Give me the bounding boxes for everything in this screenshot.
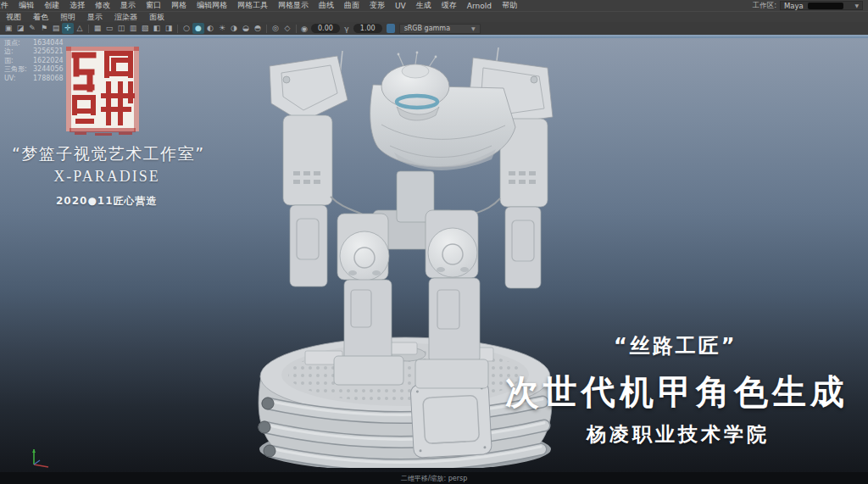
base-hatch-panel <box>410 381 492 459</box>
hud-label: 面: <box>4 57 33 65</box>
gamma-icon[interactable]: γ <box>342 25 352 33</box>
studio-seal-stamp <box>66 47 139 136</box>
course-title-text: 次世代机甲角色生成 <box>505 369 849 415</box>
grid-icon[interactable]: ▦ <box>92 23 103 34</box>
hud-label: 顶点: <box>4 39 33 47</box>
field-chart-icon[interactable]: ▧ <box>139 23 151 34</box>
studio-english-name: X-PARADISE <box>0 168 214 186</box>
studio-name-text: “梦篮子视觉艺术工作室” <box>12 143 249 165</box>
menu-edit-mesh[interactable]: 编辑网格 <box>192 0 232 11</box>
lock-camera-icon[interactable]: ◪ <box>14 23 26 34</box>
wireframe-icon[interactable]: ○ <box>181 23 192 34</box>
camera-attributes-icon[interactable]: ✎ <box>26 23 38 34</box>
menu-mesh-display[interactable]: 网格显示 <box>273 0 314 11</box>
menu-file[interactable]: 文件 <box>0 0 14 11</box>
menu-edit[interactable]: 编辑 <box>14 0 39 11</box>
hud-value: 1788068 <box>33 75 64 83</box>
menu-display[interactable]: 显示 <box>115 0 141 11</box>
hud-label: 边: <box>4 47 33 56</box>
viewport-toolbar: ▣ ◪ ✎ ⚑ ▤ ✛ △ ▦ ▭ ◫ ▥ ▧ ◧ ◨ ○ ● ◐ ☀ ◑ ◒ … <box>0 22 868 35</box>
hud-row-verts: 顶点: 1634044 <box>4 39 64 47</box>
shadows-icon[interactable]: ◑ <box>228 23 240 34</box>
isolate-select-icon[interactable]: ◎ <box>270 23 281 34</box>
x-axis <box>34 465 48 467</box>
menu-generate[interactable]: 生成 <box>411 0 437 11</box>
workspace-label: 工作区: <box>753 1 776 11</box>
panel-menu-lighting[interactable]: 照明 <box>54 12 81 23</box>
hud-value: 3256521 <box>33 47 64 56</box>
menu-cache[interactable]: 缓存 <box>437 0 462 11</box>
menu-surfaces[interactable]: 曲面 <box>339 0 364 11</box>
panel-menu-bar: 视图 着色 照明 显示 渲染器 面板 <box>0 11 868 22</box>
ambient-occlusion-icon[interactable]: ◒ <box>240 23 252 34</box>
status-bar: 二维平移/缩放: persp <box>0 472 868 484</box>
menu-windows[interactable]: 窗口 <box>141 0 166 11</box>
panel-menu-renderer[interactable]: 渲染器 <box>108 12 143 23</box>
menu-uv[interactable]: UV <box>390 2 411 10</box>
menu-curves[interactable]: 曲线 <box>314 0 339 11</box>
perspective-viewport[interactable]: 顶点: 1634044 边: 3256521 面: 1622024 三角形: 3… <box>0 38 868 472</box>
studio-subtitle: 2020●11匠心营造 <box>56 194 158 209</box>
panel-menu-shading[interactable]: 着色 <box>27 12 54 23</box>
hud-value: 1622024 <box>33 57 64 65</box>
workspace-selector[interactable]: Maya ▼ <box>780 1 863 10</box>
view-transform-dropdown[interactable]: sRGB gamma ▼ <box>399 24 481 34</box>
image-plane-icon[interactable]: ▤ <box>50 23 62 34</box>
view-axis-gizmo <box>25 442 59 468</box>
pan-zoom-2d-icon[interactable]: ✛ <box>62 23 74 34</box>
textured-icon[interactable]: ◐ <box>204 23 216 34</box>
menu-mesh[interactable]: 网格 <box>166 0 192 11</box>
menu-deform[interactable]: 变形 <box>364 0 390 11</box>
menu-modify[interactable]: 修改 <box>90 0 115 11</box>
menu-mesh-tools[interactable]: 网格工具 <box>232 0 273 11</box>
gate-mask-icon[interactable]: ▥ <box>127 23 139 34</box>
panel-menu-panels[interactable]: 面板 <box>143 12 170 23</box>
use-all-lights-icon[interactable]: ☀ <box>216 23 228 34</box>
toolbar-separator <box>296 25 297 33</box>
maya-window: 文件 编辑 创建 选择 修改 显示 窗口 网格 编辑网格 网格工具 网格显示 曲… <box>0 0 868 484</box>
exposure-icon[interactable]: ◉ <box>299 25 309 33</box>
workspace-area: 工作区: Maya ▼ <box>753 1 868 11</box>
panel-menu-view[interactable]: 视图 <box>0 12 27 23</box>
hud-label: 三角形: <box>4 65 33 74</box>
chevron-down-icon: ▼ <box>854 3 859 8</box>
z-axis <box>34 460 40 465</box>
menu-arnold[interactable]: Arnold <box>462 2 497 10</box>
workspace-value: Maya <box>784 2 804 10</box>
toolbar-separator <box>177 25 178 33</box>
hud-value: 3244056 <box>33 65 64 74</box>
gamma-field[interactable]: 1.00 <box>353 24 382 33</box>
toolbar-separator <box>266 25 267 33</box>
smooth-shade-icon[interactable]: ● <box>192 23 204 34</box>
hud-row-faces: 面: 1622024 <box>4 57 64 65</box>
main-menu-bar: 文件 编辑 创建 选择 修改 显示 窗口 网格 编辑网格 网格工具 网格显示 曲… <box>0 0 868 11</box>
school-name-text: 杨凌职业技术学院 <box>587 421 770 448</box>
exposure-field[interactable]: 0.00 <box>311 24 340 33</box>
poly-count-hud: 顶点: 1634044 边: 3256521 面: 1622024 三角形: 3… <box>4 39 64 83</box>
silk-road-craftsman-text: “丝路工匠” <box>614 332 737 359</box>
panel-menu-show[interactable]: 显示 <box>81 12 108 23</box>
select-camera-icon[interactable]: ▣ <box>3 23 14 34</box>
grease-pencil-icon[interactable]: △ <box>74 23 86 34</box>
color-management-toggle[interactable] <box>387 24 395 33</box>
hud-row-tris: 三角形: 3244056 <box>4 65 64 74</box>
safe-action-icon[interactable]: ◧ <box>151 23 163 34</box>
workspace-redaction <box>808 3 843 9</box>
bookmarks-icon[interactable]: ⚑ <box>38 23 50 34</box>
hud-row-uvs: UV: 1788068 <box>4 75 64 83</box>
status-text: 二维平移/缩放: persp <box>401 474 467 483</box>
hud-value: 1634044 <box>33 39 64 47</box>
film-gate-icon[interactable]: ▭ <box>103 23 115 34</box>
motion-blur-icon[interactable]: ◓ <box>252 23 264 34</box>
toolbar-separator <box>88 25 89 33</box>
menu-create[interactable]: 创建 <box>39 0 64 11</box>
hud-row-edges: 边: 3256521 <box>4 47 64 56</box>
resolution-gate-icon[interactable]: ◫ <box>115 23 127 34</box>
menu-select[interactable]: 选择 <box>64 0 90 11</box>
hud-label: UV: <box>4 75 33 83</box>
view-transform-value: sRGB gamma <box>404 25 450 32</box>
xray-icon[interactable]: ◇ <box>281 23 293 34</box>
menu-help[interactable]: 帮助 <box>497 0 522 11</box>
safe-title-icon[interactable]: ◨ <box>163 23 175 34</box>
chevron-down-icon: ▼ <box>471 25 476 31</box>
